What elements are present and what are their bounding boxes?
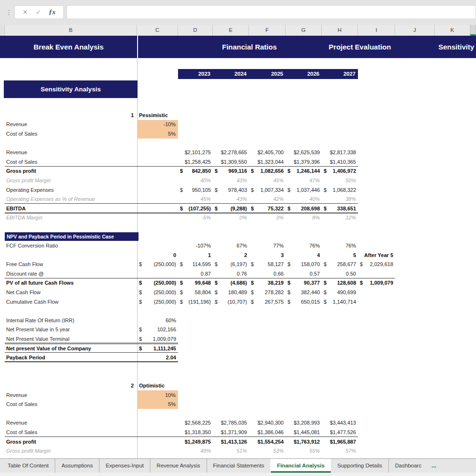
cell[interactable]: $1,413,126 (213, 437, 249, 446)
column-header-j[interactable]: J (395, 25, 435, 36)
cell[interactable]: $1,379,396 (286, 157, 322, 167)
cell[interactable] (137, 204, 178, 213)
cell[interactable]: $3,443,413 (322, 418, 358, 428)
cell[interactable]: $1,068,322 (322, 185, 358, 195)
cell[interactable]: 43% (213, 176, 249, 185)
cell[interactable]: $1,965,887 (322, 437, 358, 446)
cell[interactable]: $1,445,081 (286, 427, 322, 437)
row-label-cell[interactable]: Cumulative Cash Flow (5, 297, 137, 307)
cell[interactable] (178, 344, 213, 353)
cell[interactable] (213, 353, 249, 362)
cell[interactable]: $(10,707) (213, 297, 249, 307)
cell[interactable]: 0.87 (178, 269, 213, 278)
cell[interactable] (358, 334, 395, 344)
cell[interactable]: 53% (249, 446, 286, 456)
cell[interactable] (213, 325, 249, 335)
cell[interactable]: 38% (322, 194, 358, 204)
confirm-icon[interactable]: ✓ (36, 9, 41, 15)
cell[interactable] (249, 334, 286, 344)
row-label-cell[interactable]: Operating Expenses (5, 185, 137, 195)
cell[interactable] (137, 148, 178, 157)
row-label-cell[interactable]: Gross profit Margin (5, 446, 137, 456)
tab-dashboarc[interactable]: Dashboarc (388, 459, 428, 473)
cell[interactable] (322, 334, 358, 344)
cell[interactable]: 50% (322, 176, 358, 185)
row-label-cell[interactable]: Free Cash Flow (5, 260, 137, 269)
cell[interactable] (137, 446, 178, 456)
cell[interactable]: $58,127 (249, 260, 286, 269)
formula-input[interactable] (67, 5, 476, 19)
cell[interactable] (358, 446, 395, 456)
row-label-cell[interactable]: Net present Value of the Company (5, 344, 137, 353)
cell[interactable]: 12% (322, 213, 358, 223)
cell[interactable]: 67% (213, 241, 249, 250)
year-header[interactable]: 2025 (249, 69, 286, 79)
row-label-cell[interactable]: Revenue (5, 418, 137, 428)
cell[interactable]: $1,477,526 (322, 427, 358, 437)
row-label-cell[interactable]: Revenue (5, 148, 137, 157)
tab-revenue-analysis[interactable]: Revenue Analysis (150, 459, 206, 473)
cell[interactable]: After Year 5 (358, 250, 395, 260)
cell[interactable] (137, 213, 178, 223)
tab-supporting-details[interactable]: Supporting Details (331, 459, 388, 473)
cell[interactable]: $1,410,365 (322, 157, 358, 167)
cell[interactable] (213, 344, 249, 353)
cell[interactable] (322, 344, 358, 353)
scenario-number-cell[interactable]: 2 (5, 381, 137, 390)
row-label-cell[interactable]: Cost of Sales (5, 427, 137, 437)
cell[interactable]: $969,116 (213, 167, 249, 176)
cell[interactable] (249, 316, 286, 325)
cell[interactable]: 42% (249, 194, 286, 204)
row-label-cell[interactable]: Gross profit Margin (5, 176, 137, 185)
cell[interactable]: $1,140,714 (322, 297, 358, 307)
band-break-even-analysis[interactable]: Break Even Analysis (0, 36, 137, 58)
cell[interactable]: 49% (178, 446, 213, 456)
cell[interactable]: 43% (213, 194, 249, 204)
cell[interactable]: 57% (322, 446, 358, 456)
cell[interactable]: $1,323,044 (249, 157, 286, 167)
cell[interactable]: $102,166 (137, 325, 178, 335)
cell[interactable] (178, 316, 213, 325)
cell[interactable] (358, 418, 395, 428)
column-header-k[interactable]: K (435, 25, 470, 36)
row-label-cell[interactable]: Net Cash Flow (5, 288, 137, 297)
cell[interactable]: 60% (137, 316, 178, 325)
cell[interactable]: $1,406,972 (322, 167, 358, 176)
cell[interactable]: $208,698 (286, 204, 322, 213)
cell[interactable] (358, 176, 395, 185)
cell[interactable] (137, 418, 178, 428)
cell[interactable] (358, 185, 395, 195)
cell[interactable]: $(191,196) (178, 297, 213, 307)
cell[interactable]: $842,850 (178, 167, 213, 176)
cell[interactable]: $3,208,993 (286, 418, 322, 428)
column-header-h[interactable]: H (322, 25, 358, 36)
cell[interactable] (213, 316, 249, 325)
cell[interactable] (137, 269, 178, 278)
scenario-name-cell[interactable]: Optimistic (137, 381, 178, 390)
cell[interactable]: $2,101,275 (178, 148, 213, 157)
cell[interactable]: $128,608 (322, 278, 358, 288)
cell[interactable]: 0.76 (213, 269, 249, 278)
cancel-icon[interactable]: ✕ (23, 9, 28, 15)
cell[interactable]: $258,677 (322, 260, 358, 269)
column-header-b[interactable]: B (5, 25, 137, 36)
row-label-cell[interactable]: FCF Conversion Ratio (5, 241, 137, 250)
cell[interactable]: 2.04 (137, 353, 178, 362)
cell[interactable]: $1,258,425 (178, 157, 213, 167)
cell[interactable]: $382,440 (286, 288, 322, 297)
tab-expenses-input[interactable]: Expenses-Input (99, 459, 150, 473)
cell[interactable]: 2 (213, 250, 249, 260)
cell[interactable]: $99,648 (178, 278, 213, 288)
cell[interactable] (286, 334, 322, 344)
row-label-cell[interactable]: Net Present Value Terminal (5, 334, 137, 344)
cell[interactable] (249, 353, 286, 362)
cell[interactable]: 76% (286, 241, 322, 250)
cell[interactable]: -5% (178, 213, 213, 223)
year-header[interactable]: 2024 (213, 69, 249, 79)
cell[interactable]: $2,625,539 (286, 148, 322, 157)
band-sensitivity[interactable]: Sensitivity (408, 36, 475, 58)
cell[interactable]: $1,386,046 (249, 427, 286, 437)
cell[interactable]: $490,699 (322, 288, 358, 297)
npv-section-header-cell[interactable]: NPV and Payback Period in Pessimistic Ca… (5, 232, 139, 241)
scenario-name-cell[interactable]: Pessimistic (137, 110, 178, 120)
